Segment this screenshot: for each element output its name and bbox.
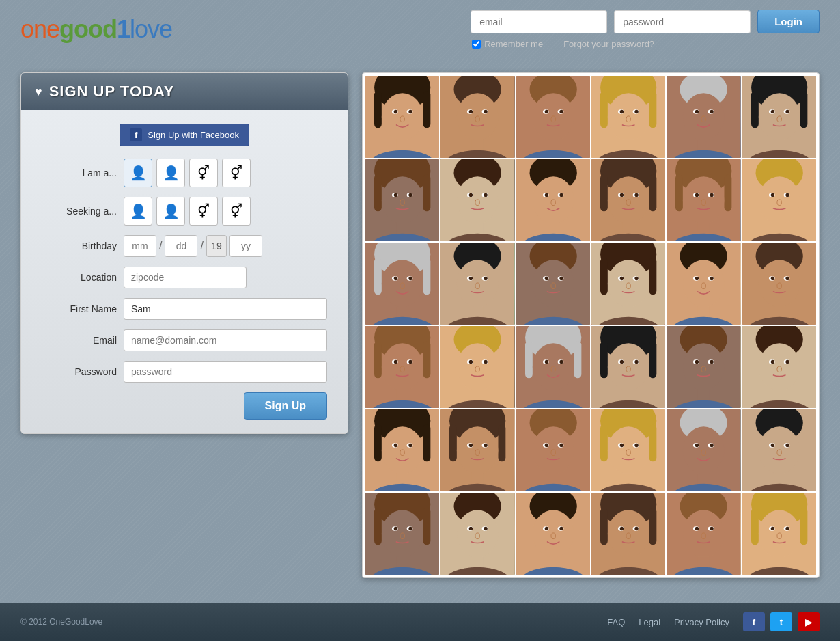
svg-rect-2	[374, 91, 382, 128]
signup-title: SIGN UP TODAY	[49, 83, 175, 100]
svg-point-84	[484, 193, 488, 197]
svg-point-40	[634, 110, 638, 113]
header: onegood1love Login Remember me Forgot yo…	[0, 0, 840, 59]
svg-point-345	[469, 527, 473, 530]
seeking-man-btn[interactable]: 👤	[124, 197, 152, 226]
svg-point-259	[777, 366, 782, 372]
svg-point-292	[559, 444, 563, 447]
iam-woman-btn[interactable]: 👤	[156, 159, 185, 187]
photo-cell	[742, 409, 816, 491]
svg-rect-3	[423, 91, 430, 128]
header-password-input[interactable]	[614, 10, 751, 33]
svg-point-118	[710, 193, 714, 197]
photo-cell	[591, 159, 665, 241]
social-youtube-button[interactable]: ▶	[798, 612, 820, 631]
svg-point-28	[559, 110, 563, 113]
birthday-label: Birthday	[42, 241, 117, 251]
photo-cell	[516, 326, 590, 408]
svg-point-17	[469, 110, 473, 113]
svg-point-271	[400, 450, 404, 456]
login-button[interactable]: Login	[757, 10, 820, 33]
svg-point-29	[551, 116, 556, 122]
birthday-dd-input[interactable]	[165, 235, 197, 257]
svg-point-171	[620, 277, 624, 280]
svg-point-390	[785, 527, 789, 530]
photo-cell	[591, 409, 665, 491]
svg-point-95	[551, 200, 556, 206]
footer-legal-link[interactable]: Legal	[639, 617, 660, 627]
svg-point-239	[626, 366, 630, 372]
remember-text: Remember me	[484, 39, 543, 49]
header-login-row: Login	[471, 10, 820, 33]
facebook-social-icon: f	[753, 617, 755, 627]
remember-label[interactable]: Remember me	[472, 39, 543, 49]
email-label: Email	[42, 335, 117, 346]
header-email-input[interactable]	[471, 10, 607, 33]
birthday-mm-input[interactable]	[124, 235, 156, 257]
footer-faq-link[interactable]: FAQ	[607, 617, 625, 627]
iam-man-btn[interactable]: 👤	[124, 159, 152, 187]
seeking-couple-btn[interactable]: ⚥	[222, 197, 251, 226]
svg-point-140	[408, 277, 412, 280]
svg-point-368	[634, 527, 638, 530]
email-input[interactable]	[124, 329, 327, 351]
signup-card: ♥ SIGN UP TODAY f Sign Up with Facebook …	[20, 72, 348, 434]
svg-rect-331	[423, 508, 430, 545]
svg-rect-198	[374, 341, 382, 378]
photo-cell	[365, 409, 439, 491]
svg-point-61	[770, 110, 774, 113]
photo-cell	[742, 159, 816, 241]
svg-point-204	[408, 360, 412, 364]
svg-point-347	[475, 533, 479, 539]
iam-man-woman-btn[interactable]: ⚥	[189, 159, 218, 187]
svg-point-357	[551, 533, 556, 539]
facebook-signup-button[interactable]: f Sign Up with Facebook	[120, 124, 249, 146]
location-input[interactable]	[124, 267, 247, 288]
svg-point-203	[394, 360, 397, 364]
footer-social: f t ▶	[743, 612, 820, 631]
twitter-social-icon: t	[780, 617, 783, 627]
svg-point-151	[475, 283, 479, 289]
svg-rect-100	[600, 174, 608, 211]
svg-point-41	[626, 116, 630, 122]
iam-couple-btn[interactable]: ⚥	[222, 159, 251, 187]
signup-button[interactable]: Sign Up	[244, 392, 327, 420]
logo-one-num: 1	[117, 15, 130, 43]
password-input[interactable]	[124, 361, 327, 383]
svg-rect-56	[751, 91, 759, 128]
svg-point-367	[620, 527, 624, 530]
svg-point-18	[484, 110, 488, 113]
seeking-woman-btn[interactable]: 👤	[156, 197, 185, 226]
svg-point-213	[469, 360, 473, 364]
bday-sep-2: /	[200, 240, 203, 252]
seeking-man-woman-btn[interactable]: ⚥	[189, 197, 218, 226]
svg-point-181	[695, 277, 699, 280]
forgot-password-link[interactable]: Forgot your password?	[563, 39, 654, 49]
svg-point-119	[701, 200, 705, 206]
svg-point-27	[544, 110, 548, 113]
svg-point-281	[469, 444, 473, 447]
photo-cell	[365, 159, 439, 241]
footer-privacy-link[interactable]: Privacy Policy	[674, 617, 729, 627]
svg-point-214	[484, 360, 488, 364]
logo-one: one	[20, 15, 59, 43]
remember-checkbox[interactable]	[472, 40, 481, 49]
svg-point-247	[695, 360, 699, 364]
social-twitter-button[interactable]: t	[770, 612, 792, 631]
social-facebook-button[interactable]: f	[743, 612, 765, 631]
svg-rect-35	[649, 91, 656, 128]
logo-love: love	[130, 15, 172, 43]
photo-cell	[742, 326, 816, 408]
svg-point-93	[544, 193, 548, 197]
firstname-input[interactable]	[124, 298, 327, 320]
svg-rect-166	[600, 258, 608, 295]
photo-cell	[440, 243, 514, 325]
birthday-yy-input[interactable]	[229, 235, 262, 257]
photo-cell	[667, 159, 740, 241]
location-label: Location	[42, 272, 117, 283]
svg-point-173	[626, 283, 630, 289]
svg-point-315	[701, 450, 705, 456]
photo-cell	[667, 326, 740, 408]
svg-rect-112	[675, 174, 683, 211]
svg-point-19	[475, 116, 479, 122]
